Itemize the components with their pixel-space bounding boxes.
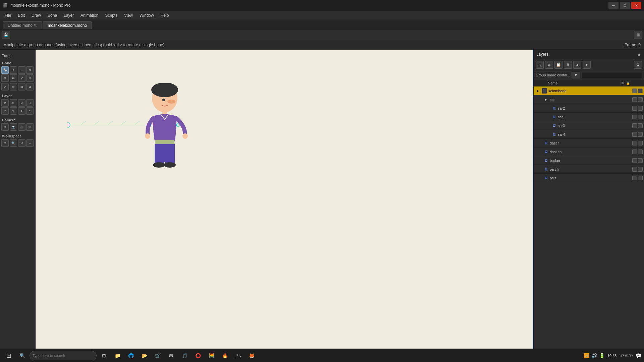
layer-sar[interactable]: ▶ sar — [534, 95, 644, 104]
menu-help[interactable]: Help — [157, 12, 172, 19]
bone-tool-1[interactable]: 🦴 — [1, 66, 9, 74]
layer-tool-7[interactable]: T — [18, 107, 25, 115]
bone-tool-5[interactable]: ⊕ — [1, 74, 9, 82]
tray-network[interactable]: 📶 — [584, 353, 589, 358]
bone-tool-7[interactable]: ↗ — [18, 74, 25, 82]
layer-lock-sar[interactable] — [638, 97, 643, 102]
menu-animation[interactable]: Animation — [77, 12, 102, 19]
taskbar-folders[interactable]: 📂 — [138, 350, 150, 362]
menu-bone[interactable]: Bone — [44, 12, 60, 19]
menu-window[interactable]: Window — [136, 12, 157, 19]
bone-tool-8[interactable]: ⊞ — [26, 74, 34, 82]
bone-tool-4[interactable]: ⟲ — [26, 66, 34, 74]
layer-eye-sar1[interactable] — [632, 115, 637, 119]
tray-battery[interactable]: 🔋 — [599, 353, 605, 358]
layer-sar1[interactable]: 🖼 sar1 — [534, 113, 644, 121]
camera-tool-4[interactable]: ⊞ — [26, 123, 34, 131]
layer-lock-sar4[interactable] — [638, 132, 643, 137]
workspace-tool-2[interactable]: 🔍 — [10, 139, 17, 147]
minimize-button[interactable]: ─ — [608, 2, 619, 9]
tray-volume[interactable]: 🔊 — [591, 353, 597, 358]
layer-lock-sar1[interactable] — [638, 115, 643, 119]
layer-lock-sar2[interactable] — [638, 106, 643, 111]
camera-tool-3[interactable]: 🎥 — [18, 123, 25, 131]
taskbar-app6[interactable]: 🎵 — [178, 350, 191, 362]
layer-lock-badan[interactable] — [638, 158, 643, 163]
menu-view[interactable]: View — [121, 12, 136, 19]
layer-eye-dast-r[interactable] — [632, 141, 637, 145]
taskbar-store[interactable]: 🛒 — [152, 350, 164, 362]
layer-sar2[interactable]: 🖼 sar2 — [534, 104, 644, 113]
taskbar-mail[interactable]: ✉ — [165, 350, 177, 362]
bone-tool-11[interactable]: ⊠ — [18, 83, 25, 90]
layer-lock-pa-ch[interactable] — [638, 167, 643, 172]
bone-tool-3[interactable]: ↔ — [18, 66, 25, 74]
layer-tool-4[interactable]: ⊡ — [26, 99, 34, 107]
layer-sar4[interactable]: 🖼 sar4 — [534, 130, 644, 139]
taskbar-calculator[interactable]: 🧮 — [205, 350, 217, 362]
layer-tool-6[interactable]: ✎ — [10, 107, 17, 115]
bone-tool-9[interactable]: ⤢ — [1, 83, 9, 90]
layer-eye-dast-ch[interactable] — [632, 149, 637, 154]
layer-settings-btn[interactable]: ⚙ — [634, 61, 642, 69]
layer-paste-btn[interactable]: 📋 — [554, 61, 562, 69]
layer-eye-sar4[interactable] — [632, 132, 637, 137]
search-icon[interactable]: 🔍 — [16, 350, 28, 362]
menu-scripts[interactable]: Scripts — [102, 12, 121, 19]
layer-kolombone[interactable]: ▶ ⬛ kolombone — [534, 86, 644, 95]
tab-untitled[interactable]: Untitled.moho ✎ — [3, 21, 42, 29]
bone-tool-2[interactable]: ✦ — [10, 66, 17, 74]
taskbar-firefox[interactable]: 🦊 — [246, 350, 258, 362]
taskbar-flame[interactable]: 🔥 — [219, 350, 231, 362]
layer-up-btn[interactable]: ▲ — [573, 61, 581, 69]
menu-file[interactable]: File — [1, 12, 14, 19]
taskbar-file-explorer[interactable]: 📁 — [111, 350, 123, 362]
layer-lock-kolombone[interactable] — [638, 88, 643, 93]
layer-copy-btn[interactable]: ⧉ — [545, 61, 553, 69]
layer-down-btn[interactable]: ▼ — [583, 61, 591, 69]
taskbar-search-input[interactable] — [30, 351, 97, 360]
workspace-tool-4[interactable]: ↔ — [26, 139, 34, 147]
workspace-tool-3[interactable]: ↺ — [18, 139, 25, 147]
filter-input[interactable] — [582, 72, 642, 78]
camera-tool-1[interactable]: ⊙ — [1, 123, 9, 131]
toolbar-layers-icon[interactable]: ▦ — [634, 31, 642, 39]
layer-badan[interactable]: 🖼 badan — [534, 156, 644, 165]
layer-eye-pa-ch[interactable] — [632, 167, 637, 172]
layer-tool-2[interactable]: ⊕ — [10, 99, 17, 107]
layers-collapse-btn[interactable]: ▲ — [637, 52, 641, 57]
layer-eye-sar[interactable] — [632, 97, 637, 102]
menu-edit[interactable]: Edit — [14, 12, 28, 19]
menu-draw[interactable]: Draw — [28, 12, 44, 19]
close-button[interactable]: ✕ — [631, 2, 641, 9]
maximize-button[interactable]: □ — [620, 2, 630, 9]
bone-tool-10[interactable]: ≋ — [10, 83, 17, 90]
layer-eye-kolombone[interactable] — [632, 88, 637, 93]
layer-dast-r[interactable]: 🖼 dast r — [534, 139, 644, 147]
layer-tool-1[interactable]: ✥ — [1, 99, 9, 107]
layer-pa-r[interactable]: 🖼 pa r — [534, 174, 644, 182]
menu-layer[interactable]: Layer — [60, 12, 77, 19]
layer-lock-sar3[interactable] — [638, 123, 643, 128]
camera-tool-2[interactable]: 📷 — [10, 123, 17, 131]
layer-add-btn[interactable]: ⊕ — [536, 61, 544, 69]
tab-moshkelekolom[interactable]: moshkelekolom.moho — [43, 21, 92, 29]
taskbar-opera[interactable]: ⭕ — [192, 350, 204, 362]
layer-eye-sar3[interactable] — [632, 123, 637, 128]
workspace-tool-1[interactable]: ⊙ — [1, 139, 9, 147]
layer-tool-5[interactable]: ✂ — [1, 107, 9, 115]
layer-eye-sar2[interactable] — [632, 106, 637, 111]
layer-lock-pa-r[interactable] — [638, 176, 643, 180]
taskbar-task-view[interactable]: ⊞ — [98, 350, 110, 362]
layer-dast-ch[interactable]: 🖼 dast ch — [534, 147, 644, 156]
start-button[interactable]: ⊞ — [3, 350, 15, 362]
bone-tool-12[interactable]: ⧉ — [26, 83, 34, 90]
filter-dropdown[interactable]: ▼ — [572, 72, 580, 78]
taskbar-edge[interactable]: 🌐 — [125, 350, 137, 362]
bone-tool-6[interactable]: ⊗ — [10, 74, 17, 82]
layer-delete-btn[interactable]: 🗑 — [564, 61, 572, 69]
layer-lock-dast-r[interactable] — [638, 141, 643, 145]
layer-lock-dast-ch[interactable] — [638, 149, 643, 154]
layer-tool-3[interactable]: ↺ — [18, 99, 25, 107]
canvas-viewport[interactable] — [36, 50, 533, 362]
